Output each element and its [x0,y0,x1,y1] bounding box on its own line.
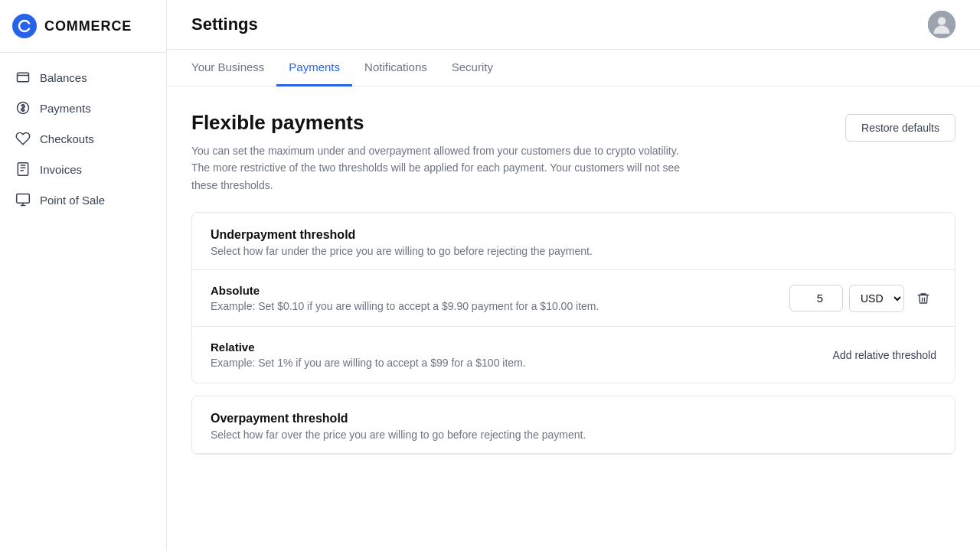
pos-icon [15,192,31,207]
restore-defaults-button[interactable]: Restore defaults [845,114,956,142]
settings-tabs: Your Business Payments Notifications Sec… [167,50,980,86]
checkouts-icon [15,131,31,146]
avatar-icon [928,11,956,38]
absolute-desc: Example: Set $0.10 if you are willing to… [211,300,599,312]
commerce-logo-icon [12,14,37,38]
logo-area: COMMERCE [0,0,166,53]
section-description: You can set the maximum under and overpa… [191,142,697,194]
overpayment-card-desc: Select how far over the price you are wi… [211,429,936,441]
page-title: Settings [191,15,258,34]
payments-icon [15,100,31,116]
relative-controls: Add relative threshold [833,349,936,361]
top-header: Settings [167,0,980,50]
tab-notifications[interactable]: Notifications [352,50,439,86]
sidebar-label-payments: Payments [40,102,91,115]
sidebar-label-pos: Point of Sale [40,194,105,207]
sidebar-item-payments[interactable]: Payments [0,93,166,123]
app-name: COMMERCE [44,18,132,34]
content-area: Flexible payments You can set the maximu… [167,86,980,551]
svg-rect-1 [18,73,29,82]
absolute-label: Absolute [211,284,599,297]
sidebar-item-point-of-sale[interactable]: Point of Sale [0,184,166,215]
sidebar-nav: Balances Payments Checkouts Invoices Poi… [0,53,166,224]
underpayment-relative-row: Relative Example: Set 1% if you are will… [192,327,955,383]
sidebar: COMMERCE Balances Payments Checkouts Inv… [0,0,167,551]
delete-absolute-button[interactable] [910,285,936,311]
svg-point-6 [938,17,946,25]
svg-rect-4 [17,194,30,204]
relative-desc: Example: Set 1% if you are willing to ac… [211,357,526,369]
user-avatar[interactable] [928,11,956,38]
underpayment-card-title: Underpayment threshold [211,228,936,242]
underpayment-card-header: Underpayment threshold Select how far un… [192,213,955,270]
sidebar-label-invoices: Invoices [40,163,82,176]
section-header: Flexible payments You can set the maximu… [191,111,956,194]
overpayment-card-title: Overpayment threshold [211,412,936,425]
overpayment-card-header: Overpayment threshold Select how far ove… [192,396,955,454]
overpayment-threshold-card: Overpayment threshold Select how far ove… [191,396,956,455]
svg-point-0 [12,14,37,38]
sidebar-item-balances[interactable]: Balances [0,62,166,93]
trash-icon [916,292,930,305]
tab-payments[interactable]: Payments [276,50,352,86]
section-title-block: Flexible payments You can set the maximu… [191,111,697,194]
add-relative-threshold-link[interactable]: Add relative threshold [833,349,936,361]
relative-label: Relative [211,341,526,354]
underpayment-relative-text: Relative Example: Set 1% if you are will… [211,341,526,369]
balances-icon [15,70,31,85]
tab-security[interactable]: Security [439,50,505,86]
section-title: Flexible payments [191,111,697,135]
sidebar-item-invoices[interactable]: Invoices [0,154,166,184]
svg-rect-3 [18,163,28,176]
absolute-controls: USD EUR GBP BTC ETH [789,285,936,312]
invoices-icon [15,161,31,177]
absolute-value-input[interactable] [789,285,843,311]
sidebar-label-balances: Balances [40,71,87,84]
main-area: Settings Your Business Payments Notifica… [167,0,980,551]
underpayment-card-desc: Select how far under the price you are w… [211,245,936,257]
underpayment-absolute-text: Absolute Example: Set $0.10 if you are w… [211,284,599,312]
sidebar-label-checkouts: Checkouts [40,132,94,145]
currency-select[interactable]: USD EUR GBP BTC ETH [849,285,904,312]
sidebar-item-checkouts[interactable]: Checkouts [0,123,166,154]
underpayment-threshold-card: Underpayment threshold Select how far un… [191,212,956,383]
tab-your-business[interactable]: Your Business [191,50,276,86]
underpayment-absolute-row: Absolute Example: Set $0.10 if you are w… [192,270,955,327]
